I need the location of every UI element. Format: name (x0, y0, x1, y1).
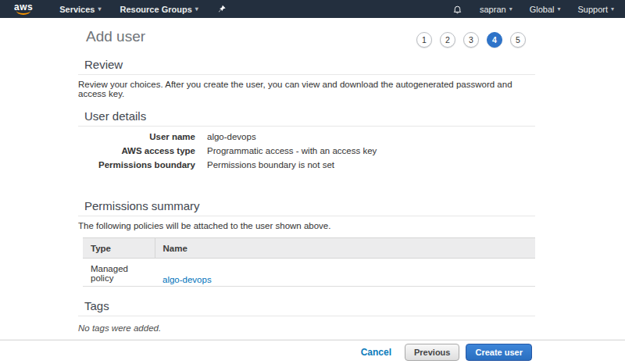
aws-logo[interactable]: aws (14, 3, 33, 15)
divider (78, 316, 535, 316)
main-content: Review Review your choices. After you cr… (78, 55, 535, 333)
nav-item-services[interactable]: Services ▾ (59, 5, 101, 14)
aws-smile-icon (16, 11, 30, 15)
wizard-step-indicator: 1 2 3 4 5 (416, 32, 526, 48)
tags-heading: Tags (84, 299, 535, 312)
detail-row-permissions-boundary: Permissions boundary Permissions boundar… (78, 160, 535, 174)
chevron-down-icon: ▾ (557, 6, 560, 12)
detail-label: User name (78, 132, 195, 141)
nav-item-label: Global (530, 5, 555, 14)
nav-right-group: sapran ▾ Global ▾ Support ▾ (452, 4, 614, 15)
detail-value: algo-devops (207, 132, 256, 141)
add-user-page: aws Services ▾ Resource Groups ▾ (0, 0, 625, 364)
wizard-step-3[interactable]: 3 (463, 32, 479, 48)
detail-label: Permissions boundary (78, 160, 195, 170)
divider (78, 74, 535, 75)
detail-label: AWS access type (78, 146, 195, 155)
user-details-section: User details User name algo-devops AWS a… (78, 109, 535, 174)
chevron-down-icon: ▾ (195, 6, 198, 12)
nav-item-resource-groups[interactable]: Resource Groups ▾ (120, 5, 198, 14)
wizard-footer: Cancel Previous Create user (0, 340, 625, 364)
cancel-button[interactable]: Cancel (361, 347, 391, 358)
policy-table-header-row: Type Name (83, 238, 535, 259)
user-details-list: User name algo-devops AWS access type Pr… (78, 132, 535, 174)
divider (78, 126, 535, 127)
column-header-type: Type (83, 238, 155, 259)
page-title: Add user (86, 28, 145, 45)
detail-row-user-name: User name algo-devops (78, 132, 535, 146)
nav-item-label: Support (577, 5, 608, 14)
nav-left-group: Services ▾ Resource Groups ▾ (59, 4, 227, 14)
policy-name-cell: algo-devops (155, 259, 535, 287)
nav-item-label: Services (59, 5, 95, 14)
policy-type-cell: Managed policy (83, 259, 155, 287)
chevron-down-icon: ▾ (98, 6, 101, 12)
chevron-down-icon: ▾ (509, 6, 512, 12)
nav-item-support[interactable]: Support ▾ (577, 5, 614, 14)
previous-button[interactable]: Previous (405, 344, 459, 361)
nav-item-account[interactable]: sapran ▾ (480, 5, 512, 14)
permissions-summary-heading: Permissions summary (84, 199, 535, 212)
pushpin-icon[interactable] (217, 4, 227, 14)
permissions-description: The following policies will be attached … (78, 221, 535, 230)
detail-value: Programmatic access - with an access key (207, 146, 377, 155)
top-navbar: aws Services ▾ Resource Groups ▾ (0, 0, 625, 18)
table-row: Managed policy algo-devops (83, 259, 535, 287)
user-details-heading: User details (84, 109, 535, 123)
review-section: Review Review your choices. After you cr… (78, 58, 535, 98)
nav-item-label: Resource Groups (120, 5, 191, 14)
wizard-step-1[interactable]: 1 (416, 32, 432, 48)
wizard-step-4-active[interactable]: 4 (487, 32, 502, 48)
create-user-button[interactable]: Create user (466, 344, 532, 361)
review-heading: Review (84, 58, 535, 71)
column-header-name: Name (155, 238, 535, 259)
detail-value: Permissions boundary is not set (207, 160, 334, 170)
detail-row-access-type: AWS access type Programmatic access - wi… (78, 146, 535, 160)
tags-section: Tags No tags were added. (78, 299, 535, 333)
policy-table: Type Name Managed policy algo-devops (83, 237, 535, 287)
review-description: Review your choices. After you create th… (78, 80, 535, 98)
wizard-step-2[interactable]: 2 (440, 32, 455, 48)
tags-empty-text: No tags were added. (78, 323, 535, 333)
nav-item-region[interactable]: Global ▾ (530, 5, 561, 14)
permissions-summary-section: Permissions summary The following polici… (78, 199, 535, 287)
policy-name-link[interactable]: algo-devops (162, 275, 212, 284)
chevron-down-icon: ▾ (611, 6, 614, 12)
divider (78, 216, 535, 216)
wizard-step-5[interactable]: 5 (510, 32, 526, 48)
notification-bell-icon[interactable] (452, 4, 462, 15)
nav-item-label: sapran (480, 5, 506, 14)
